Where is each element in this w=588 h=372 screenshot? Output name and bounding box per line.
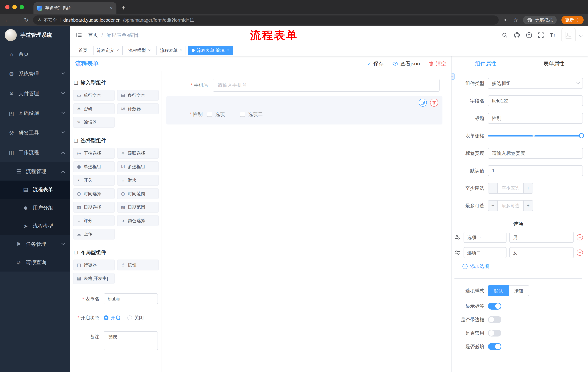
help-icon[interactable]: ? (526, 32, 532, 38)
form-remark-input[interactable]: 嘿嘿 (104, 331, 158, 350)
back-icon[interactable]: ← (4, 17, 10, 23)
fullscreen-icon[interactable] (538, 32, 544, 38)
github-icon[interactable] (514, 32, 520, 38)
component-cascader[interactable]: ❖级联选择 (117, 148, 159, 159)
gender-option-2[interactable]: 选项二 (240, 111, 263, 117)
window-zoom-button[interactable] (20, 5, 24, 9)
component-date-picker[interactable]: ▦日期选择 (73, 202, 115, 213)
phone-input[interactable] (213, 79, 440, 92)
link-icon[interactable]: ∞ (452, 73, 455, 80)
security-indicator[interactable]: ⚠ 不安全 (38, 17, 57, 23)
reload-icon[interactable]: ↻ (24, 17, 29, 23)
sidebar-item-system-management[interactable]: ⚙系统管理 (0, 64, 70, 84)
toggle-disabled[interactable] (488, 329, 501, 337)
hamburger-icon[interactable] (76, 32, 82, 38)
forward-icon[interactable]: → (14, 17, 20, 23)
component-radio-group[interactable]: ◉单选框组 (73, 161, 115, 172)
toggle-show-label[interactable] (488, 303, 501, 309)
component-button[interactable]: ☝按钮 (117, 260, 159, 270)
user-dropdown-caret-icon[interactable] (579, 33, 583, 37)
component-table[interactable]: ▩表格[开发中] (73, 273, 115, 284)
max-select-value[interactable]: 最多可选 (498, 201, 523, 211)
tag-process-model[interactable]: 流程模型× (125, 46, 154, 55)
remove-option-icon[interactable]: − (577, 250, 583, 256)
default-value-input[interactable] (488, 165, 583, 176)
tag-process-form[interactable]: 流程表单× (157, 46, 186, 55)
view-json-button[interactable]: 查看json (392, 60, 420, 67)
sidebar-item-home[interactable]: ⌂首页 (0, 44, 70, 64)
component-switch[interactable]: ◐开关 (73, 175, 115, 186)
password-key-icon[interactable] (503, 17, 508, 23)
url-bar[interactable]: ⚠ 不安全 | dashboard.yudao.iocoder.cn /bpm/… (33, 15, 499, 25)
increment-button[interactable]: + (523, 183, 533, 193)
window-minimize-button[interactable] (12, 5, 17, 9)
sidebar-item-infrastructure[interactable]: ◰基础设施 (0, 103, 70, 123)
sidebar-item-process-model[interactable]: ➤流程模型 (0, 217, 70, 235)
sidebar-item-task-management[interactable]: ⚑任务管理 (0, 235, 70, 253)
clear-button[interactable]: 清空 (429, 60, 446, 67)
component-color-picker[interactable]: ◑颜色选择 (117, 215, 159, 226)
decrement-button[interactable]: − (488, 183, 498, 193)
slider-track[interactable] (488, 135, 583, 137)
bookmark-star-icon[interactable]: ☆ (513, 17, 518, 23)
radio-open[interactable]: 开启 (104, 312, 120, 323)
tab-component-props[interactable]: 组件属性 (452, 56, 520, 71)
close-icon[interactable]: × (116, 48, 119, 53)
tag-home[interactable]: 首页 (75, 46, 91, 55)
search-icon[interactable] (502, 32, 508, 38)
gender-field-row[interactable]: *性别 选项一 选项二 (171, 108, 438, 120)
sidebar-item-workflow[interactable]: ◫工作流程 (0, 143, 70, 162)
tag-process-form-edit[interactable]: 流程表单-编辑× (188, 46, 233, 55)
drag-handle-icon[interactable] (454, 250, 461, 256)
toggle-bordered[interactable] (488, 316, 501, 323)
option-value-input[interactable] (509, 232, 574, 243)
close-icon[interactable]: × (148, 48, 151, 53)
sidebar-item-dev-tools[interactable]: ⚒研发工具 (0, 123, 70, 143)
drag-handle-icon[interactable] (454, 234, 461, 240)
label-width-input[interactable] (488, 148, 583, 159)
min-select-value[interactable]: 至少应选 (498, 183, 523, 193)
grid-slider[interactable] (488, 130, 583, 141)
tab-close-icon[interactable]: × (110, 5, 113, 11)
option-name-input[interactable] (463, 247, 506, 258)
kebab-menu-icon[interactable]: ⋮ (576, 18, 580, 22)
option-value-input[interactable] (509, 247, 574, 258)
option-name-input[interactable] (463, 232, 506, 243)
save-button[interactable]: ✓ 保存 (367, 60, 384, 67)
component-time-picker[interactable]: ◷时间选择 (73, 188, 115, 199)
checkbox-icon[interactable] (240, 112, 245, 117)
close-icon[interactable]: × (227, 48, 229, 53)
component-date-range[interactable]: ▧日期范围 (117, 202, 159, 213)
font-size-icon[interactable]: T↕ (550, 32, 555, 38)
component-password[interactable]: ✱密码 (73, 103, 115, 114)
component-type-select[interactable]: 多选框组 (488, 78, 583, 89)
new-tab-button[interactable]: + (122, 4, 125, 12)
copy-component-button[interactable] (419, 99, 427, 107)
component-counter[interactable]: 123计数器 (117, 103, 159, 114)
user-avatar[interactable] (561, 28, 576, 42)
sidebar-item-leave-query[interactable]: ☺请假查询 (0, 253, 70, 272)
style-default-button[interactable]: 默认 (488, 285, 509, 296)
component-checkbox-group[interactable]: ☑多选框组 (117, 161, 159, 172)
gender-option-1[interactable]: 选项一 (207, 111, 230, 117)
add-option-button[interactable]: + 添加选项 (462, 263, 583, 270)
window-close-button[interactable] (5, 5, 10, 9)
sidebar-logo[interactable]: 芋道管理系统 (0, 26, 70, 44)
selected-gender-component[interactable]: *性别 选项一 选项二 (166, 96, 442, 125)
phone-field-row[interactable]: *手机号 (177, 79, 440, 92)
radio-closed[interactable]: 关闭 (127, 312, 144, 323)
browser-tab[interactable]: 芋道管理系统 × (33, 2, 116, 14)
component-upload[interactable]: ☁上传 (73, 229, 115, 240)
slider-handle[interactable] (579, 133, 584, 138)
decrement-button[interactable]: − (488, 201, 498, 211)
sidebar-item-payment-management[interactable]: ¥支付管理 (0, 84, 70, 103)
component-row-container[interactable]: ◫行容器 (73, 260, 115, 270)
close-icon[interactable]: × (180, 48, 182, 53)
browser-update-button[interactable]: 更新 ⋮ (561, 16, 584, 24)
component-textarea[interactable]: ▤多行文本 (117, 90, 159, 101)
component-rate[interactable]: ☆评分 (73, 215, 115, 226)
sidebar-item-user-group[interactable]: ☻用户分组 (0, 199, 70, 217)
toggle-required[interactable] (488, 343, 501, 350)
tag-process-definition[interactable]: 流程定义× (93, 46, 123, 55)
tab-form-props[interactable]: 表单属性 (520, 56, 588, 71)
